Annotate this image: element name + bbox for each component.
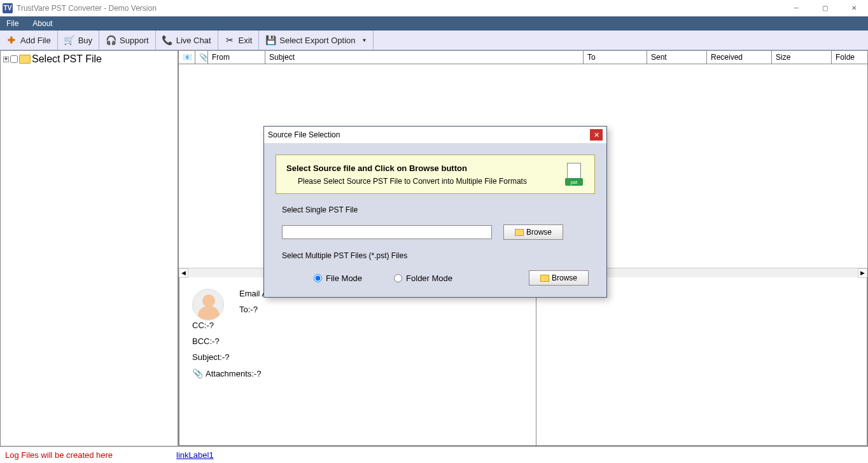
single-file-label: Select Single PST File [282, 205, 589, 214]
expand-icon[interactable]: + [3, 57, 9, 62]
title-bar: TV TrustVare PST Converter - Demo Versio… [0, 0, 868, 17]
tree-root-checkbox[interactable] [10, 55, 18, 63]
col-sent[interactable]: Sent [647, 51, 707, 64]
add-file-label: Add File [20, 36, 51, 45]
browse-multiple-button[interactable]: Browse [529, 270, 589, 286]
export-option-button[interactable]: 💾 Select Export Option ▼ [259, 31, 374, 50]
pst-file-icon: pst [564, 163, 584, 186]
cart-icon: 🛒 [64, 35, 74, 45]
banner-heading: Select Source file and Click on Browse b… [286, 163, 564, 173]
support-icon: 🎧 [106, 35, 116, 45]
col-subject[interactable]: Subject [265, 51, 584, 64]
support-button[interactable]: 🎧 Support [99, 31, 156, 50]
exit-icon: ✂ [225, 35, 235, 45]
minimize-button[interactable]: ─ [782, 0, 811, 17]
col-received[interactable]: Received [707, 51, 772, 64]
banner-subtext: Please Select Source PST File to Convert… [286, 177, 564, 186]
scroll-right-arrow[interactable]: ▶ [858, 268, 867, 278]
browse-single-button[interactable]: Browse [503, 225, 563, 240]
live-chat-button[interactable]: 📞 Live Chat [156, 31, 218, 50]
maximize-button[interactable]: ▢ [811, 0, 839, 17]
source-file-dialog: Source File Selection ✕ Select Source fi… [263, 126, 607, 298]
status-link[interactable]: linkLabel1 [176, 450, 214, 460]
folder-mode-radio[interactable]: Folder Mode [394, 273, 452, 283]
file-mode-radio[interactable]: File Mode [314, 273, 362, 283]
menu-about[interactable]: About [32, 19, 52, 28]
folder-open-icon [540, 275, 549, 282]
phone-icon: 📞 [162, 35, 172, 45]
dialog-banner: Select Source file and Click on Browse b… [276, 155, 595, 194]
col-folder[interactable]: Folde [832, 51, 867, 64]
tree-root-item[interactable]: + Select PST File [1, 51, 178, 67]
preview-to: To:-? [192, 305, 523, 314]
file-mode-radio-input[interactable] [314, 274, 322, 282]
preview-bcc: BCC:-? [192, 336, 523, 346]
status-bar: Log Files will be created here linkLabel… [0, 446, 868, 463]
folder-icon [19, 55, 31, 64]
buy-button[interactable]: 🛒 Buy [58, 31, 99, 50]
preview-attachments: 📎Attachments:-? [192, 368, 523, 378]
scroll-left-arrow[interactable]: ◀ [179, 268, 188, 278]
add-file-icon: ✚ [6, 35, 17, 45]
exit-button[interactable]: ✂ Exit [218, 31, 260, 50]
exit-label: Exit [239, 36, 253, 45]
multiple-file-label: Select Multiple PST Files (*.pst) Files [282, 251, 589, 260]
buy-label: Buy [78, 36, 92, 45]
folder-mode-radio-input[interactable] [394, 274, 402, 282]
preview-body [536, 277, 867, 445]
folder-open-icon [515, 229, 524, 236]
col-attachment-icon[interactable]: 📎 [195, 51, 208, 64]
col-from[interactable]: From [208, 51, 265, 64]
col-to[interactable]: To [584, 51, 647, 64]
status-log-text: Log Files will be created here [5, 450, 113, 460]
save-icon: 💾 [265, 35, 276, 45]
col-icon[interactable]: 📧 [179, 51, 195, 64]
toolbar: ✚ Add File 🛒 Buy 🎧 Support 📞 Live Chat ✂… [0, 31, 868, 50]
single-file-path-input[interactable] [282, 225, 492, 239]
avatar-icon [192, 289, 224, 321]
preview-subject: Subject:-? [192, 352, 523, 362]
live-chat-label: Live Chat [176, 36, 211, 45]
preview-cc: CC:-? [192, 321, 523, 330]
close-button[interactable]: ✕ [839, 0, 868, 17]
preview-header: Email Ad To:-? CC:-? BCC:-? Subject:-? 📎… [179, 277, 536, 445]
grid-header: 📧 📎 From Subject To Sent Received Size F… [179, 51, 867, 64]
support-label: Support [120, 36, 149, 45]
menu-file[interactable]: File [6, 19, 18, 28]
dialog-title-bar: Source File Selection ✕ [264, 127, 606, 143]
tree-root-label: Select PST File [32, 53, 102, 65]
preview-pane: Email Ad To:-? CC:-? BCC:-? Subject:-? 📎… [179, 277, 867, 446]
app-logo: TV [3, 3, 13, 13]
single-file-section: Select Single PST File Browse [264, 205, 606, 251]
dialog-close-button[interactable]: ✕ [590, 129, 603, 141]
add-file-button[interactable]: ✚ Add File [0, 31, 58, 50]
multiple-file-section: Select Multiple PST Files (*.pst) Files … [264, 251, 606, 297]
attachment-icon: 📎 [192, 368, 203, 378]
menu-bar: File About [0, 17, 868, 31]
folder-tree-pane: + Select PST File [0, 50, 178, 446]
export-label: Select Export Option [279, 36, 355, 45]
col-size[interactable]: Size [772, 51, 832, 64]
window-title: TrustVare PST Converter - Demo Version [17, 4, 157, 13]
chevron-down-icon: ▼ [361, 38, 367, 43]
dialog-title: Source File Selection [268, 130, 340, 139]
